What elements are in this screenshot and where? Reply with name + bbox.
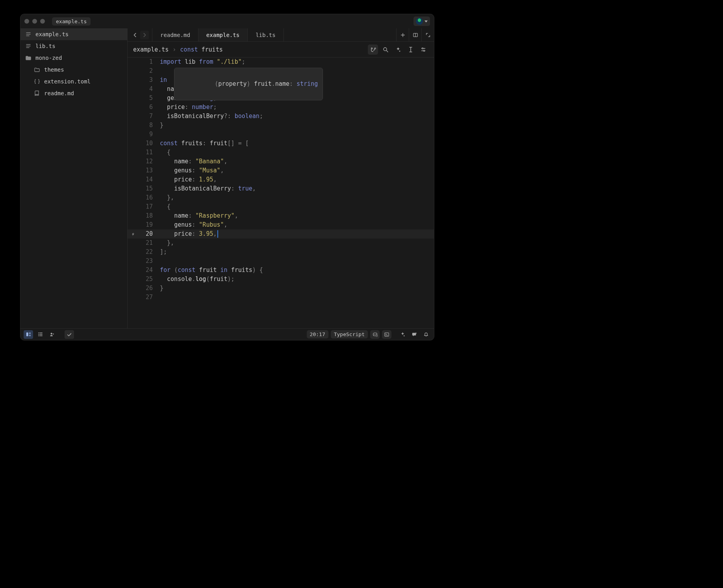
panel-project-button[interactable] — [24, 330, 33, 339]
svg-point-12 — [52, 333, 54, 335]
sidebar-item-label: readme.md — [44, 90, 74, 96]
panel-collab-button[interactable] — [47, 330, 57, 339]
sidebar-item-readme-md[interactable]: readme.md — [20, 87, 127, 99]
svg-point-7 — [423, 50, 425, 51]
split-pane-button[interactable] — [409, 28, 421, 42]
git-branch-button[interactable] — [368, 44, 378, 55]
line-number: 3 — [139, 76, 160, 85]
breadcrumb-separator: › — [172, 46, 176, 53]
gutter-icon — [128, 121, 139, 130]
tab-example-ts[interactable]: example.ts — [198, 28, 248, 41]
breadcrumb: example.ts › const fruits — [128, 42, 434, 57]
diagnostics-ok-button[interactable] — [65, 330, 74, 339]
code-line[interactable]: 16 }, — [128, 193, 434, 202]
code-line[interactable]: 21 }, — [128, 239, 434, 248]
code-line[interactable]: 17 { — [128, 202, 434, 211]
gutter-icon — [128, 112, 139, 121]
code-line[interactable]: 13 genus: "Musa", — [128, 166, 434, 175]
code-line[interactable]: 22]; — [128, 248, 434, 257]
breadcrumb-file[interactable]: example.ts — [133, 46, 169, 53]
chevron-down-icon — [425, 20, 428, 22]
sidebar-item-extension-toml[interactable]: extension.toml — [20, 76, 127, 87]
code-line[interactable]: 23 — [128, 257, 434, 266]
search-button[interactable] — [380, 44, 391, 55]
line-content: } — [160, 284, 163, 293]
code-line[interactable]: 1import lib from "./lib"; — [128, 57, 434, 67]
folder-small-icon — [34, 67, 40, 73]
cursor-position[interactable]: 20:17 — [307, 330, 328, 338]
hover-tooltip-text: (property) fruit.name: string — [215, 80, 318, 87]
code-line[interactable]: 15 isBotanicalBerry: true, — [128, 184, 434, 193]
nav-back-button[interactable] — [131, 31, 139, 39]
sidebar-item-mono-zed[interactable]: mono-zed — [20, 52, 127, 64]
code-line[interactable]: 8} — [128, 121, 434, 130]
line-content: ]; — [160, 248, 167, 257]
sidebar-item-example-ts[interactable]: example.ts — [20, 28, 127, 40]
ai-assistant-button[interactable] — [398, 330, 407, 339]
minimize-window-button[interactable] — [32, 19, 37, 24]
traffic-lights — [24, 19, 45, 24]
terminal-button[interactable] — [382, 330, 391, 339]
feedback-button[interactable] — [410, 330, 419, 339]
line-number: 6 — [139, 103, 160, 112]
window-title: example.ts — [52, 17, 91, 26]
line-content: import lib from "./lib"; — [160, 57, 245, 67]
code-line[interactable]: 24for (const fruit in fruits) { — [128, 266, 434, 275]
code-line[interactable]: 6 price: number; — [128, 103, 434, 112]
code-line[interactable]: 12 name: "Banana", — [128, 157, 434, 166]
line-number: 18 — [139, 211, 160, 220]
code-line[interactable]: 19 genus: "Rubus", — [128, 220, 434, 229]
line-number: 9 — [139, 130, 160, 139]
new-tab-button[interactable] — [396, 28, 409, 42]
editor-window: example.ts example.tslib.tsmono-zedtheme… — [20, 14, 434, 340]
zoom-window-button[interactable] — [40, 19, 45, 24]
code-line[interactable]: 18 name: "Raspberry", — [128, 211, 434, 220]
code-line[interactable]: 27 — [128, 293, 434, 302]
line-number: 11 — [139, 148, 160, 157]
sidebar-item-label: mono-zed — [35, 55, 62, 61]
sidebar-item-themes[interactable]: themes — [20, 64, 127, 76]
code-line[interactable]: 14 price: 1.95, — [128, 175, 434, 184]
settings-sliders-button[interactable] — [418, 44, 428, 55]
line-content: { — [160, 148, 171, 157]
gutter-icon — [128, 139, 139, 148]
code-line[interactable]: 9 — [128, 130, 434, 139]
project-sidebar: example.tslib.tsmono-zedthemesextension.… — [20, 28, 128, 328]
cursor-mode-button[interactable] — [406, 44, 416, 55]
code-line[interactable]: 20 price: 3.95, — [128, 229, 434, 239]
notifications-button[interactable] — [421, 330, 431, 339]
gutter-icon — [128, 94, 139, 103]
line-number: 14 — [139, 175, 160, 184]
code-editor[interactable]: 1import lib from "./lib";23in4 name: str… — [128, 57, 434, 328]
code-line[interactable]: 10const fruits: fruit[] = [ — [128, 139, 434, 148]
line-number: 10 — [139, 139, 160, 148]
code-line[interactable]: 7 isBotanicalBerry?: boolean; — [128, 112, 434, 121]
tab-lib-ts[interactable]: lib.ts — [248, 28, 284, 41]
line-number: 17 — [139, 202, 160, 211]
sidebar-item-lib-ts[interactable]: lib.ts — [20, 40, 127, 52]
line-number: 8 — [139, 121, 160, 130]
code-line[interactable]: 25 console.log(fruit); — [128, 275, 434, 284]
line-number: 16 — [139, 193, 160, 202]
gutter-icon — [128, 76, 139, 85]
tab-readme-md[interactable]: readme.md — [152, 28, 198, 41]
gutter-icon — [128, 248, 139, 257]
copilot-button[interactable] — [370, 330, 380, 339]
line-content: price: number; — [160, 103, 217, 112]
gutter-icon — [128, 103, 139, 112]
breadcrumb-symbol[interactable]: const fruits — [180, 46, 222, 53]
panel-outline-button[interactable] — [35, 330, 45, 339]
close-window-button[interactable] — [24, 19, 29, 24]
sidebar-item-label: extension.toml — [44, 78, 91, 85]
gutter-icon — [128, 275, 139, 284]
gutter-icon — [128, 157, 139, 166]
line-content: for (const fruit in fruits) { — [160, 266, 263, 275]
ai-sparkle-button[interactable] — [393, 44, 403, 55]
code-line[interactable]: 26} — [128, 284, 434, 293]
svg-rect-10 — [29, 335, 31, 336]
nav-forward-button[interactable] — [140, 31, 149, 39]
maximize-button[interactable] — [421, 28, 434, 42]
language-mode[interactable]: TypeScript — [331, 330, 368, 338]
account-menu[interactable] — [413, 17, 430, 26]
code-line[interactable]: 11 { — [128, 148, 434, 157]
